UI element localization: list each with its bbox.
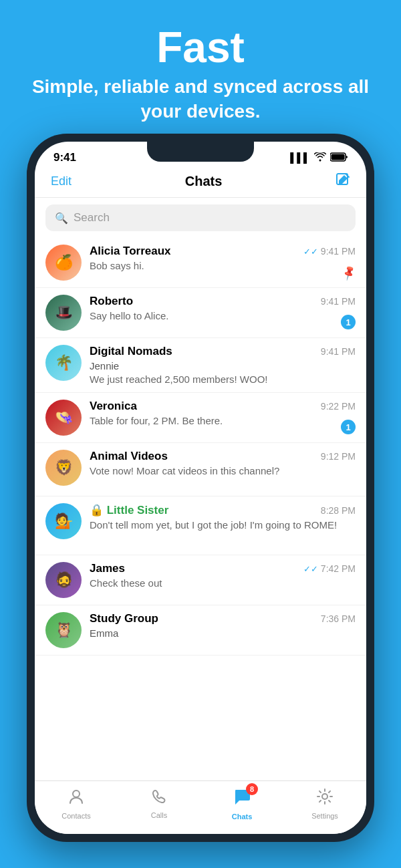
list-item[interactable]: 👒 Veronica 9:22 PM Table for four, 2 PM.… xyxy=(35,393,366,443)
chats-badge: 8 xyxy=(246,783,258,795)
chat-name: Roberto xyxy=(90,295,133,308)
chat-header: James ✓✓ 7:42 PM xyxy=(90,562,356,575)
list-item[interactable]: 💁 🔒 Little Sister 8:28 PM Don't tell mom… xyxy=(35,496,366,555)
svg-rect-1 xyxy=(331,154,345,160)
chat-header: Alicia Torreaux ✓✓ 9:41 PM xyxy=(90,245,356,258)
chat-name: Veronica xyxy=(90,400,137,413)
chats-icon: 8 xyxy=(233,787,251,810)
phone-frame: 9:41 ▌▌▌ Edit Chats 🔍 Search xyxy=(27,134,374,842)
chat-preview: Vote now! Moar cat videos in this channe… xyxy=(90,464,356,478)
tab-contacts[interactable]: Contacts xyxy=(35,788,118,820)
chat-header: Study Group 7:36 PM xyxy=(90,612,356,625)
hero-title: Fast xyxy=(27,24,374,71)
nav-title: Chats xyxy=(185,174,223,189)
chat-name: Animal Videos xyxy=(90,450,168,463)
chat-name: James xyxy=(90,562,125,575)
status-time: 9:41 xyxy=(53,151,76,164)
tab-calls[interactable]: Calls xyxy=(118,788,200,819)
phone-screen: 9:41 ▌▌▌ Edit Chats 🔍 Search xyxy=(35,142,366,834)
chat-header: Roberto 9:41 PM xyxy=(90,295,356,308)
tab-settings-label: Settings xyxy=(311,812,338,820)
avatar: 🌴 xyxy=(45,345,82,381)
chat-preview: Bob says hi. xyxy=(90,259,356,273)
chat-preview: Emma xyxy=(90,627,356,640)
settings-icon xyxy=(316,788,333,809)
wifi-icon xyxy=(314,152,326,164)
chat-content: Study Group 7:36 PM Emma xyxy=(90,612,356,640)
chat-content: Alicia Torreaux ✓✓ 9:41 PM Bob says hi. xyxy=(90,245,356,273)
chat-header: 🔒 Little Sister 8:28 PM xyxy=(90,503,356,517)
tab-chats[interactable]: 8 Chats xyxy=(200,787,283,821)
chat-name: Alicia Torreaux xyxy=(90,245,171,258)
avatar: 🍊 xyxy=(45,245,82,281)
tab-contacts-label: Contacts xyxy=(61,812,90,820)
chat-time: 8:28 PM xyxy=(321,505,356,516)
list-item[interactable]: 🎩 Roberto 9:41 PM Say hello to Alice. 1 xyxy=(35,288,366,338)
chat-time: ✓✓ 9:41 PM xyxy=(303,246,356,257)
battery-icon xyxy=(330,152,348,164)
lock-icon: 🔒 xyxy=(90,504,104,517)
list-item[interactable]: 🧔 James ✓✓ 7:42 PM Check these out xyxy=(35,555,366,605)
list-item[interactable]: 🦁 Animal Videos 9:12 PM Vote now! Moar c… xyxy=(35,443,366,496)
chat-content: Digital Nomads 9:41 PM Jennie We just re… xyxy=(90,345,356,386)
unread-badge: 1 xyxy=(341,420,356,434)
sender-name: Jennie xyxy=(90,360,119,372)
list-item[interactable]: 🦉 Study Group 7:36 PM Emma xyxy=(35,605,366,656)
chat-name: Digital Nomads xyxy=(90,345,172,358)
search-placeholder: Search xyxy=(74,211,110,225)
chat-header: Veronica 9:22 PM xyxy=(90,400,356,413)
chat-content: Roberto 9:41 PM Say hello to Alice. xyxy=(90,295,356,323)
chat-preview: Say hello to Alice. xyxy=(90,309,356,323)
chat-time: 9:22 PM xyxy=(321,401,356,412)
chat-preview: Check these out xyxy=(90,577,356,590)
avatar: 🦉 xyxy=(45,612,82,648)
search-icon: 🔍 xyxy=(55,212,68,225)
tab-calls-label: Calls xyxy=(151,811,167,819)
chat-content: 🔒 Little Sister 8:28 PM Don't tell mom y… xyxy=(90,503,356,532)
double-check-icon: ✓✓ xyxy=(303,247,318,257)
edit-button[interactable]: Edit xyxy=(51,174,72,188)
chat-content: Animal Videos 9:12 PM Vote now! Moar cat… xyxy=(90,450,356,478)
tab-bar: Contacts Calls 8 Chats Settings xyxy=(35,780,366,834)
nav-bar: Edit Chats xyxy=(35,168,366,198)
hero-subtitle: Simple, reliable and synced across all y… xyxy=(27,75,374,124)
avatar: 🎩 xyxy=(45,295,82,331)
compose-button[interactable] xyxy=(336,172,350,190)
contacts-icon xyxy=(68,788,85,809)
chat-time: 9:41 PM xyxy=(321,296,356,307)
svg-point-4 xyxy=(322,794,327,799)
list-item[interactable]: 🌴 Digital Nomads 9:41 PM Jennie We just … xyxy=(35,338,366,393)
chat-time: 7:36 PM xyxy=(321,613,356,624)
chat-preview: Don't tell mom yet, but I got the job! I… xyxy=(90,519,356,532)
double-check-icon: ✓✓ xyxy=(303,564,318,574)
chat-list: 🍊 Alicia Torreaux ✓✓ 9:41 PM Bob says hi… xyxy=(35,238,366,656)
chat-name: 🔒 Little Sister xyxy=(90,503,168,517)
phone-notch xyxy=(147,142,254,162)
status-icons: ▌▌▌ xyxy=(290,152,348,164)
avatar: 👒 xyxy=(45,400,82,436)
calls-icon xyxy=(151,788,167,809)
svg-point-3 xyxy=(73,790,80,797)
signal-icon: ▌▌▌ xyxy=(290,152,310,163)
chat-time: 9:41 PM xyxy=(321,346,356,357)
list-item[interactable]: 🍊 Alicia Torreaux ✓✓ 9:41 PM Bob says hi… xyxy=(35,238,366,288)
hero-section: Fast Simple, reliable and synced across … xyxy=(0,0,401,142)
tab-settings[interactable]: Settings xyxy=(283,788,366,820)
chat-time: ✓✓ 7:42 PM xyxy=(303,563,356,574)
avatar: 🦁 xyxy=(45,450,82,486)
unread-badge: 1 xyxy=(341,315,356,329)
chat-content: Veronica 9:22 PM Table for four, 2 PM. B… xyxy=(90,400,356,428)
avatar: 💁 xyxy=(45,503,82,539)
sender-name: Emma xyxy=(90,627,118,639)
avatar: 🧔 xyxy=(45,562,82,598)
chat-header: Animal Videos 9:12 PM xyxy=(90,450,356,463)
chat-preview: Table for four, 2 PM. Be there. xyxy=(90,414,356,428)
tab-chats-label: Chats xyxy=(232,813,253,821)
chat-header: Digital Nomads 9:41 PM xyxy=(90,345,356,358)
search-bar[interactable]: 🔍 Search xyxy=(45,204,356,231)
chat-preview: Jennie We just reached 2,500 members! WO… xyxy=(90,359,356,386)
chat-name: Study Group xyxy=(90,612,158,625)
chat-content: James ✓✓ 7:42 PM Check these out xyxy=(90,562,356,590)
chat-time: 9:12 PM xyxy=(321,451,356,462)
